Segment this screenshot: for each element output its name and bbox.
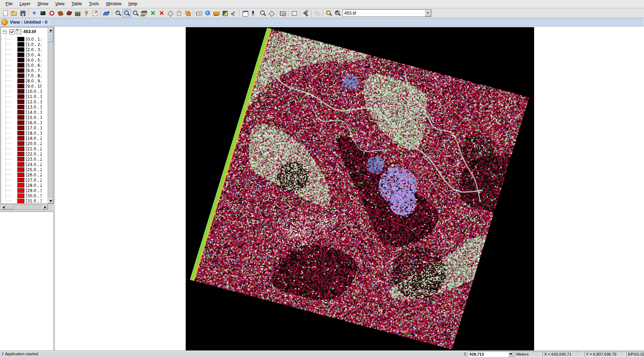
scroll-right-button[interactable]	[43, 205, 48, 209]
legend-row[interactable]: [13.0 , 14.0]	[1, 104, 48, 110]
copy-view-button[interactable]	[183, 9, 192, 17]
legend-row[interactable]: [30.0 , 31.0]	[1, 193, 48, 198]
menu-item-layer[interactable]: Layer	[16, 0, 34, 8]
legend-row[interactable]: [9.0 , 10.0]	[1, 84, 48, 89]
menu-item-window[interactable]: Window	[103, 0, 125, 8]
legend-row[interactable]: [5.0 , 6.0]	[1, 63, 48, 68]
preview-zoom-button[interactable]	[324, 9, 333, 17]
edit-notes-button[interactable]	[91, 9, 99, 17]
tree-vscrollbar[interactable]	[48, 27, 53, 204]
legend-row[interactable]: [26.0 , 27.0]	[1, 172, 48, 177]
vector-tool-button[interactable]	[30, 9, 39, 17]
flip-view-button[interactable]	[166, 9, 175, 17]
legend-row[interactable]: [8.0 , 9.0]	[1, 78, 48, 84]
menu-item-help[interactable]: Help	[125, 0, 141, 8]
browse-zoom-button[interactable]: B	[333, 9, 342, 17]
north-arrow-button[interactable]	[230, 9, 238, 17]
pan-hand-button[interactable]	[175, 9, 183, 17]
legend-row[interactable]: [16.0 , 17.0]	[1, 120, 48, 125]
legend-row[interactable]: [28.0 , 29.0]	[1, 183, 48, 188]
tree-expander[interactable]	[3, 30, 7, 34]
add-layer-button[interactable]: +	[102, 9, 111, 17]
layer-combo[interactable]: 453.tif ▼	[343, 9, 432, 17]
dig-tool-button[interactable]	[56, 9, 65, 17]
placemark-button[interactable]	[82, 9, 91, 17]
layer-node-row[interactable]: 453.tif	[1, 28, 48, 35]
new-file-button[interactable]	[1, 9, 10, 17]
zoom-in-button[interactable]: +	[114, 9, 122, 17]
scroll-up-button[interactable]	[48, 27, 53, 33]
legend-row[interactable]: [7.0 , 8.0]	[1, 73, 48, 78]
box-tool-button[interactable]	[73, 9, 82, 17]
map-canvas[interactable]	[55, 26, 644, 351]
toolbox-button[interactable]	[301, 9, 310, 17]
legend-row[interactable]: [27.0 , 28.0]	[1, 177, 48, 183]
scroll-left-button[interactable]	[1, 205, 6, 209]
legend-row[interactable]: [19.0 , 20.0]	[1, 136, 48, 141]
record-target-button[interactable]	[47, 9, 56, 17]
legend-row[interactable]: [23.0 , 24.0]	[1, 157, 48, 162]
legend-row[interactable]: [1.0 , 2.0]	[1, 42, 48, 47]
clip-tool-button[interactable]	[65, 9, 73, 17]
legend-row[interactable]: [21.0 , 22.0]	[1, 146, 48, 151]
save-file-button[interactable]	[18, 9, 27, 17]
legend-row[interactable]: [3.0 , 4.0]	[1, 52, 48, 57]
measure-ruler-button[interactable]	[212, 9, 221, 17]
legend-row[interactable]: [24.0 , 25.0]	[1, 162, 48, 167]
select-tool-button[interactable]	[250, 9, 258, 17]
profile-tool-button[interactable]	[221, 9, 230, 17]
attribute-table-button[interactable]	[279, 9, 287, 17]
menu-item-tools[interactable]: Tools	[86, 0, 103, 8]
scroll-down-button[interactable]	[48, 198, 53, 204]
scale-dropdown-button[interactable]	[508, 352, 513, 357]
menu-item-file[interactable]: File	[2, 0, 16, 8]
zoom-cursor-button[interactable]	[258, 9, 267, 17]
view-handle-pattern[interactable]	[51, 19, 643, 26]
menu-item-table[interactable]: Table	[68, 0, 86, 8]
legend-row[interactable]: [29.0 , 30.0]	[1, 188, 48, 193]
legend-label: [19.0 , 20.0]	[26, 136, 42, 141]
select-region-button[interactable]	[290, 9, 299, 17]
scale-ruler-button[interactable]	[195, 9, 203, 17]
save-file-icon	[19, 10, 26, 16]
legend-row[interactable]: [6.0 , 7.0]	[1, 68, 48, 73]
legend-row[interactable]: [12.0 , 13.0]	[1, 99, 48, 104]
new-window-button[interactable]	[241, 9, 250, 17]
navigate-tool-button[interactable]	[267, 9, 276, 17]
legend-row[interactable]: [10.0 , 11.0]	[1, 89, 48, 94]
hscroll-thumb[interactable]	[6, 205, 14, 209]
zoom-box-button[interactable]: □	[122, 9, 131, 17]
legend-swatch	[17, 73, 24, 78]
legend-row[interactable]: [22.0 , 23.0]	[1, 151, 48, 157]
layer-visibility-checkbox[interactable]	[9, 29, 15, 34]
menu-item-view[interactable]: View	[52, 0, 68, 8]
layers-stack-button[interactable]	[140, 9, 148, 17]
zoom-out-button[interactable]: −	[131, 9, 140, 17]
paint-tools-button[interactable]	[313, 9, 322, 17]
vscroll-thumb[interactable]	[48, 33, 53, 42]
legend-row[interactable]: [25.0 , 26.0]	[1, 167, 48, 172]
combo-dropdown-button[interactable]: ▼	[425, 10, 431, 16]
scale-value[interactable]: 928,713	[468, 352, 508, 357]
layer-combo-value[interactable]: 453.tif	[343, 11, 425, 16]
info-button[interactable]: i	[203, 9, 212, 17]
fit-window-button[interactable]	[148, 9, 157, 17]
legend-row[interactable]: [11.0 , 12.0]	[1, 94, 48, 99]
legend-row[interactable]: [2.0 , 3.0]	[1, 47, 48, 52]
scale-input[interactable]: 928,713	[468, 351, 514, 357]
terminal-button[interactable]	[39, 9, 47, 17]
menu-item-show[interactable]: Show	[34, 0, 51, 8]
down-arrow-icon	[49, 200, 52, 202]
legend-row[interactable]: [31.0 , 32.0]	[1, 198, 48, 204]
legend-row[interactable]: [0.0 , 1.0]	[1, 37, 48, 42]
legend-row[interactable]: [4.0 , 5.0]	[1, 57, 48, 63]
legend-row[interactable]: [18.0 , 19.0]	[1, 130, 48, 136]
legend-row[interactable]: [17.0 , 18.0]	[1, 125, 48, 130]
tree-hscrollbar[interactable]	[1, 205, 48, 210]
tree-connector	[6, 65, 11, 65]
open-folder-button[interactable]	[10, 9, 18, 17]
legend-row[interactable]: [14.0 , 15.0]	[1, 110, 48, 115]
full-extent-button[interactable]	[157, 9, 166, 17]
legend-row[interactable]: [15.0 , 16.0]	[1, 115, 48, 120]
legend-row[interactable]: [20.0 , 21.0]	[1, 141, 48, 146]
